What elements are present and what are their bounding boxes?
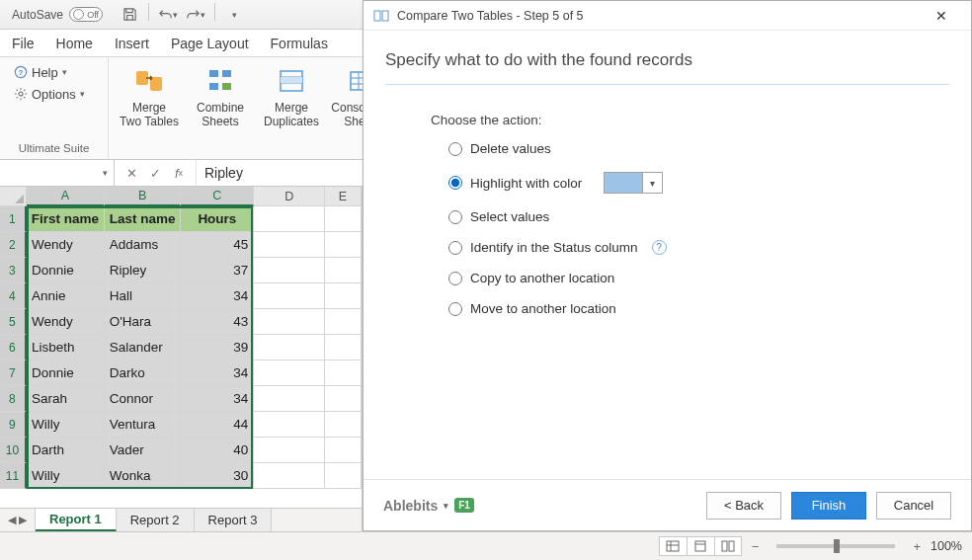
autosave-switch[interactable]: Off [69, 7, 103, 22]
merge-duplicates-button[interactable]: Merge Duplicates [259, 61, 324, 128]
confirm-edit-icon[interactable]: ✓ [144, 162, 166, 184]
cell[interactable]: 40 [181, 438, 254, 463]
row-header[interactable]: 11 [0, 463, 27, 489]
cell[interactable]: 34 [181, 360, 254, 386]
sheet-tab-report-3[interactable]: Report 3 [195, 509, 273, 531]
col-header-E[interactable]: E [325, 187, 362, 206]
cell[interactable]: Lisbeth [27, 335, 105, 360]
cell[interactable]: 37 [181, 258, 254, 283]
sheet-nav-prev[interactable]: ◀▶ [0, 509, 36, 531]
cell[interactable] [254, 412, 325, 438]
cancel-button[interactable]: Cancel [876, 492, 951, 520]
radio-highlight-with-color[interactable]: Highlight with color ▾ [448, 172, 949, 194]
cell[interactable]: Darth [27, 438, 105, 463]
row-header[interactable]: 6 [0, 335, 27, 360]
cell[interactable]: 45 [181, 232, 254, 258]
col-header-C[interactable]: C [181, 187, 254, 206]
options-button[interactable]: Options▾ [8, 83, 91, 105]
cell[interactable]: 34 [181, 283, 254, 309]
cell[interactable]: 30 [181, 463, 254, 489]
cell[interactable] [254, 360, 325, 386]
cell[interactable]: Salander [105, 335, 182, 360]
combine-sheets-button[interactable]: Combine Sheets [188, 61, 253, 128]
cell[interactable] [254, 232, 325, 258]
cell[interactable]: Ventura [105, 412, 182, 438]
undo-icon[interactable]: ▾ [155, 3, 181, 27]
zoom-in-icon[interactable]: + [913, 539, 921, 554]
select-all-corner[interactable] [0, 187, 27, 206]
tab-home[interactable]: Home [56, 30, 93, 56]
name-box[interactable]: ▾ [0, 160, 115, 186]
col-header-B[interactable]: B [105, 187, 182, 206]
row-header[interactable]: 4 [0, 283, 27, 309]
cell[interactable]: 43 [181, 309, 254, 335]
zoom-out-icon[interactable]: − [752, 539, 760, 554]
cell[interactable]: Annie [27, 283, 105, 309]
cell[interactable]: Vader [105, 438, 182, 463]
cell[interactable]: Wendy [27, 309, 105, 335]
close-icon[interactable]: ✕ [922, 2, 961, 30]
brand-ablebits[interactable]: Ablebits▾ F1 [383, 498, 474, 514]
cell[interactable] [254, 258, 325, 283]
radio-delete-values[interactable]: Delete values [448, 141, 949, 156]
row-header[interactable]: 8 [0, 386, 27, 412]
tab-insert[interactable]: Insert [115, 30, 149, 56]
save-icon[interactable] [117, 3, 142, 27]
row-header[interactable]: 9 [0, 412, 27, 438]
cell[interactable]: Last name [105, 206, 182, 232]
tab-page-layout[interactable]: Page Layout [171, 30, 249, 56]
cell[interactable] [325, 335, 362, 360]
cell[interactable] [325, 412, 362, 438]
row-header[interactable]: 5 [0, 309, 27, 335]
cell[interactable] [325, 386, 362, 412]
cell[interactable]: Donnie [27, 258, 105, 283]
cell[interactable]: Willy [27, 412, 105, 438]
cell[interactable] [254, 309, 325, 335]
cell[interactable]: Donnie [27, 360, 105, 386]
zoom-slider[interactable] [776, 544, 895, 548]
cell[interactable]: Darko [105, 360, 182, 386]
tab-formulas[interactable]: Formulas [271, 30, 328, 56]
qat-customize-icon[interactable]: ▾ [221, 3, 247, 27]
zoom-percent[interactable]: 100% [931, 539, 962, 553]
sheet-tab-report-1[interactable]: Report 1 [36, 509, 117, 531]
view-page-layout-icon[interactable] [687, 536, 714, 556]
row-header[interactable]: 1 [0, 206, 27, 232]
sheet-tab-report-2[interactable]: Report 2 [117, 509, 195, 531]
cell[interactable] [325, 206, 362, 232]
redo-icon[interactable]: ▾ [183, 3, 208, 27]
cell[interactable] [254, 206, 325, 232]
cell[interactable]: Wonka [105, 463, 182, 489]
help-button[interactable]: ? Help▾ [8, 61, 73, 83]
cell[interactable]: 39 [181, 335, 254, 360]
cell[interactable] [325, 283, 362, 309]
radio-select-values[interactable]: Select values [448, 209, 949, 224]
cell[interactable]: O'Hara [105, 309, 182, 335]
cell[interactable] [325, 232, 362, 258]
finish-button[interactable]: Finish [791, 492, 866, 520]
chevron-down-icon[interactable]: ▾ [642, 173, 662, 193]
cell[interactable] [254, 463, 325, 489]
radio-identify-status-column[interactable]: Identify in the Status column? [448, 240, 949, 255]
radio-copy-to-location[interactable]: Copy to another location [448, 271, 949, 285]
cell[interactable]: Sarah [27, 386, 105, 412]
cell[interactable] [254, 386, 325, 412]
view-normal-icon[interactable] [659, 536, 687, 556]
cell[interactable]: Hall [105, 283, 182, 309]
cell[interactable] [325, 360, 362, 386]
autosave-toggle[interactable]: AutoSave Off [6, 7, 109, 22]
highlight-color-dropdown[interactable]: ▾ [604, 172, 663, 194]
cell[interactable]: 34 [181, 386, 254, 412]
cancel-edit-icon[interactable]: ✕ [121, 162, 142, 184]
merge-two-tables-button[interactable]: Merge Two Tables [117, 61, 182, 128]
cell[interactable] [325, 258, 362, 283]
cell[interactable] [254, 438, 325, 463]
name-box-input[interactable] [6, 166, 85, 181]
col-header-A[interactable]: A [27, 187, 105, 206]
cell[interactable]: Wendy [27, 232, 105, 258]
radio-move-to-location[interactable]: Move to another location [448, 301, 949, 316]
cell[interactable] [325, 438, 362, 463]
cell[interactable]: 44 [181, 412, 254, 438]
row-header[interactable]: 7 [0, 360, 27, 386]
namebox-dropdown-icon[interactable]: ▾ [103, 168, 108, 178]
